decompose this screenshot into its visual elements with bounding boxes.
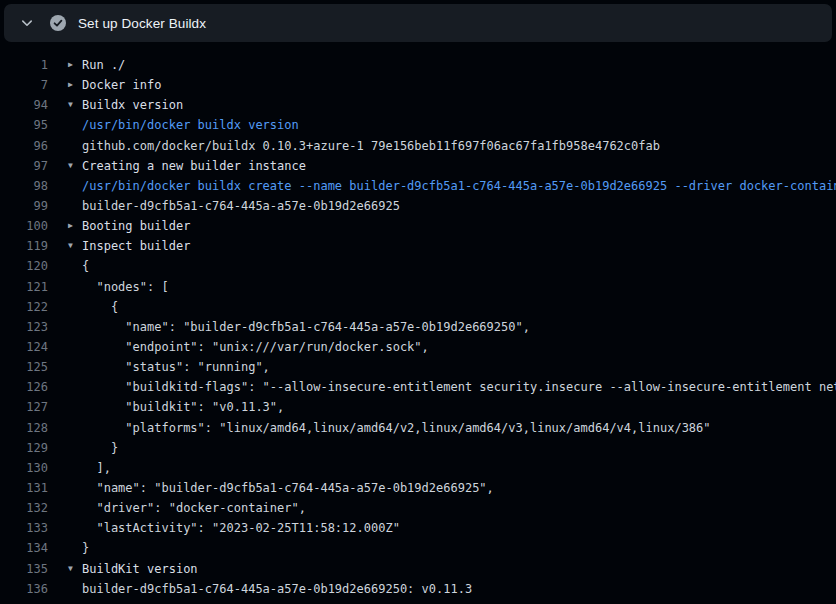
log-line[interactable]: 119 ▼ Inspect builder — [0, 236, 836, 256]
log-line-text: Creating a new builder instance — [82, 159, 306, 173]
line-number[interactable]: 131 — [0, 481, 48, 495]
log-line-text: BuildKit version — [82, 562, 198, 576]
line-number[interactable]: 136 — [0, 582, 48, 596]
line-number[interactable]: 95 — [0, 118, 48, 132]
log-line: 134 } — [0, 538, 836, 558]
log-line: 125 "status": "running", — [0, 357, 836, 377]
line-number[interactable]: 100 — [0, 219, 48, 233]
log-line: 131 "name": "builder-d9cfb5a1-c764-445a-… — [0, 478, 836, 498]
line-number[interactable]: 1 — [0, 58, 48, 72]
chevron-down-icon[interactable]: ▼ — [68, 242, 82, 250]
log-line: 122 { — [0, 297, 836, 317]
log-line: 128 "platforms": "linux/amd64,linux/amd6… — [0, 418, 836, 438]
log-line: 129 } — [0, 438, 836, 458]
line-number[interactable]: 94 — [0, 98, 48, 112]
log-line-text: github.com/docker/buildx 0.10.3+azure-1 … — [82, 139, 660, 153]
log-line: 136 builder-d9cfb5a1-c764-445a-a57e-0b19… — [0, 579, 836, 599]
log-line[interactable]: 7 ▶ Docker info — [0, 75, 836, 95]
chevron-right-icon[interactable]: ▶ — [68, 61, 82, 69]
log-line-text: Booting builder — [82, 219, 190, 233]
log-container: 1 ▶ Run ./ 7 ▶ Docker info 94 ▼ Buildx v… — [0, 42, 836, 599]
log-line: 95 /usr/bin/docker buildx version — [0, 115, 836, 135]
log-line-text: /usr/bin/docker buildx version — [82, 118, 299, 132]
line-number[interactable]: 132 — [0, 501, 48, 515]
chevron-down-icon — [20, 16, 34, 30]
log-line: 98 /usr/bin/docker buildx create --name … — [0, 176, 836, 196]
line-number[interactable]: 98 — [0, 179, 48, 193]
line-number[interactable]: 96 — [0, 139, 48, 153]
line-number[interactable]: 99 — [0, 199, 48, 213]
log-line[interactable]: 97 ▼ Creating a new builder instance — [0, 156, 836, 176]
log-line-text: "buildkitd-flags": "--allow-insecure-ent… — [82, 380, 836, 394]
log-line-text: "lastActivity": "2023-02-25T11:58:12.000… — [82, 521, 400, 535]
log-line-text: { — [82, 259, 89, 273]
log-line[interactable]: 94 ▼ Buildx version — [0, 95, 836, 115]
line-number[interactable]: 127 — [0, 400, 48, 414]
line-number[interactable]: 125 — [0, 360, 48, 374]
line-number[interactable]: 130 — [0, 461, 48, 475]
log-line: 133 "lastActivity": "2023-02-25T11:58:12… — [0, 518, 836, 538]
collapse-step-button[interactable] — [13, 9, 41, 37]
line-number[interactable]: 134 — [0, 541, 48, 555]
log-line-text: "platforms": "linux/amd64,linux/amd64/v2… — [82, 421, 711, 435]
log-line-text: "name": "builder-d9cfb5a1-c764-445a-a57e… — [82, 320, 530, 334]
log-line-text: "status": "running", — [82, 360, 270, 374]
chevron-right-icon[interactable]: ▶ — [68, 222, 82, 230]
line-number[interactable]: 123 — [0, 320, 48, 334]
log-line: 130 ], — [0, 458, 836, 478]
chevron-right-icon[interactable]: ▶ — [68, 81, 82, 89]
log-line-text: "buildkit": "v0.11.3", — [82, 400, 284, 414]
log-line: 121 "nodes": [ — [0, 277, 836, 297]
log-line-text: "nodes": [ — [82, 280, 169, 294]
log-line: 132 "driver": "docker-container", — [0, 498, 836, 518]
log-line[interactable]: 1 ▶ Run ./ — [0, 55, 836, 75]
line-number[interactable]: 135 — [0, 562, 48, 576]
log-line: 123 "name": "builder-d9cfb5a1-c764-445a-… — [0, 317, 836, 337]
log-line: 126 "buildkitd-flags": "--allow-insecure… — [0, 377, 836, 397]
log-line: 96 github.com/docker/buildx 0.10.3+azure… — [0, 136, 836, 156]
log-line: 99 builder-d9cfb5a1-c764-445a-a57e-0b19d… — [0, 196, 836, 216]
line-number[interactable]: 124 — [0, 340, 48, 354]
chevron-down-icon[interactable]: ▼ — [68, 162, 82, 170]
check-circle-icon — [50, 15, 66, 31]
line-number[interactable]: 120 — [0, 259, 48, 273]
log-line: 120 { — [0, 256, 836, 276]
line-number[interactable]: 7 — [0, 78, 48, 92]
log-line-text: { — [82, 300, 118, 314]
log-line-text: builder-d9cfb5a1-c764-445a-a57e-0b19d2e6… — [82, 582, 472, 596]
log-line-text: Docker info — [82, 78, 161, 92]
chevron-down-icon[interactable]: ▼ — [68, 565, 82, 573]
log-line-text: } — [82, 541, 89, 555]
log-line-text: Run ./ — [82, 58, 125, 72]
line-number[interactable]: 97 — [0, 159, 48, 173]
chevron-down-icon[interactable]: ▼ — [68, 101, 82, 109]
log-line[interactable]: 135 ▼ BuildKit version — [0, 559, 836, 579]
step-header[interactable]: Set up Docker Buildx — [4, 4, 832, 42]
log-line[interactable]: 100 ▶ Booting builder — [0, 216, 836, 236]
log-line-text: "name": "builder-d9cfb5a1-c764-445a-a57e… — [82, 481, 494, 495]
line-number[interactable]: 126 — [0, 380, 48, 394]
line-number[interactable]: 121 — [0, 280, 48, 294]
step-title: Set up Docker Buildx — [78, 16, 206, 31]
line-number[interactable]: 128 — [0, 421, 48, 435]
log-line-text: /usr/bin/docker buildx create --name bui… — [82, 179, 836, 193]
log-line-text: } — [82, 441, 118, 455]
log-line: 127 "buildkit": "v0.11.3", — [0, 397, 836, 417]
line-number[interactable]: 122 — [0, 300, 48, 314]
line-number[interactable]: 119 — [0, 239, 48, 253]
log-line: 124 "endpoint": "unix:///var/run/docker.… — [0, 337, 836, 357]
log-line-text: builder-d9cfb5a1-c764-445a-a57e-0b19d2e6… — [82, 199, 400, 213]
log-line-text: "driver": "docker-container", — [82, 501, 306, 515]
log-line-text: Inspect builder — [82, 239, 190, 253]
line-number[interactable]: 129 — [0, 441, 48, 455]
log-line-text: Buildx version — [82, 98, 183, 112]
log-line-text: "endpoint": "unix:///var/run/docker.sock… — [82, 340, 429, 354]
log-line-text: ], — [82, 461, 111, 475]
line-number[interactable]: 133 — [0, 521, 48, 535]
